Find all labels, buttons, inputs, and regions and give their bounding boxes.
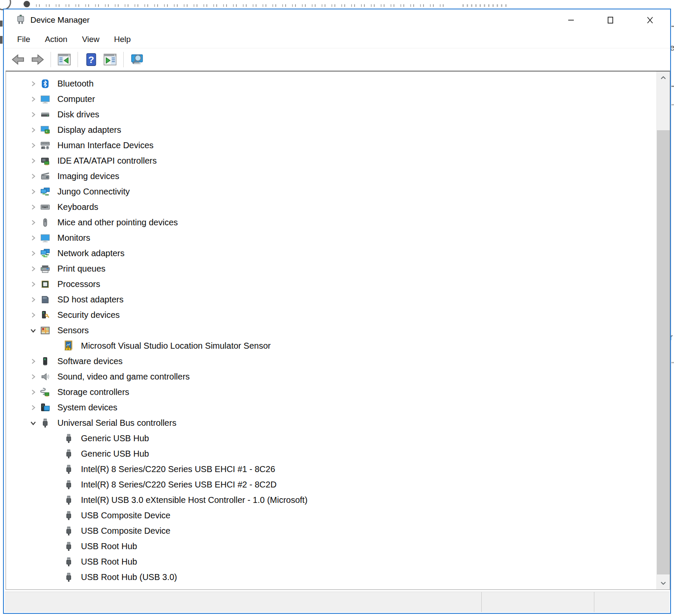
chevron-down-icon[interactable] [27, 327, 39, 334]
tree-item-system-devices[interactable]: System devices [6, 400, 656, 415]
tree-item-storage-controllers[interactable]: Storage controllers [6, 384, 656, 400]
show-action-pane-button[interactable] [101, 50, 119, 69]
tree-item-label: USB Root Hub [81, 557, 137, 567]
tree-item-print-queues[interactable]: Print queues [6, 261, 656, 276]
title-bar[interactable]: Device Manager [4, 9, 670, 31]
chevron-right-icon[interactable] [27, 96, 39, 103]
system-device-icon [39, 403, 51, 413]
chevron-right-icon[interactable] [27, 234, 39, 242]
chevron-right-icon[interactable] [27, 111, 39, 118]
tree-item-keyboards[interactable]: Keyboards [6, 199, 656, 215]
tree-item-mice-and-other-pointing-devices[interactable]: Mice and other pointing devices [6, 215, 656, 230]
tree-item-jungo-connectivity[interactable]: Jungo Connectivity [6, 184, 656, 199]
tree-item-label: Intel(R) 8 Series/C220 Series USB EHCI #… [81, 480, 277, 490]
chevron-down-icon[interactable] [27, 419, 39, 427]
maximize-button[interactable] [597, 10, 624, 30]
chevron-right-icon[interactable] [27, 404, 39, 411]
status-pane [594, 592, 669, 612]
chevron-right-icon[interactable] [27, 126, 39, 134]
tree-item-label: Disk drives [57, 110, 99, 120]
tree-item-label: Intel(R) USB 3.0 eXtensible Host Control… [81, 495, 307, 505]
tree-item-label: USB Root Hub [81, 541, 137, 551]
device-manager-app-icon [15, 14, 26, 25]
help-button[interactable]: ? [82, 50, 101, 69]
tree-item-imaging-devices[interactable]: Imaging devices [6, 168, 656, 184]
menu-help[interactable]: Help [107, 31, 138, 48]
usb-device-icon [62, 541, 75, 551]
tree-item-usb-composite-device[interactable]: USB Composite Device [6, 508, 656, 523]
show-console-tree-button[interactable] [55, 50, 74, 69]
tree-item-generic-usb-hub-2[interactable]: Generic USB Hub [6, 446, 656, 461]
minimize-button[interactable] [558, 10, 585, 30]
menu-action[interactable]: Action [38, 31, 75, 48]
sd-host-adapter-icon [39, 295, 51, 305]
tree-item-intel-r-usb-3-0-extensible-host-controller-1-0-microsoft[interactable]: Intel(R) USB 3.0 eXtensible Host Control… [6, 492, 656, 508]
chevron-right-icon[interactable] [27, 373, 39, 380]
chevron-right-icon[interactable] [27, 188, 39, 195]
scrollbar-thumb[interactable] [657, 130, 670, 574]
tree-item-monitors[interactable]: Monitors [6, 230, 656, 245]
chevron-right-icon[interactable] [27, 157, 39, 164]
chevron-right-icon[interactable] [27, 311, 39, 319]
window-title: Device Manager [30, 9, 89, 31]
back-button[interactable] [9, 50, 28, 69]
tree-item-generic-usb-hub[interactable]: Generic USB Hub [6, 431, 656, 446]
tree-item-sd-host-adapters[interactable]: SD host adapters [6, 292, 656, 307]
tree-item-intel-r-8-series-c220-series-usb-ehci-1-8c26[interactable]: Intel(R) 8 Series/C220 Series USB EHCI #… [6, 461, 656, 477]
chevron-right-icon[interactable] [27, 250, 39, 257]
tree-item-sound-video-and-game-controllers[interactable]: Sound, video and game controllers [6, 369, 656, 384]
tree-item-computer[interactable]: Computer [6, 91, 656, 107]
toolbar-separator [51, 52, 51, 67]
device-tree-panel: BluetoothComputerDisk drivesDisplay adap… [6, 71, 670, 590]
tree-item-label: Intel(R) 8 Series/C220 Series USB EHCI #… [81, 464, 275, 474]
tree-item-ide-ata-atapi-controllers[interactable]: IDE ATA/ATAPI controllers [6, 153, 656, 168]
scroll-down-button[interactable] [657, 577, 670, 589]
close-button[interactable] [637, 10, 663, 30]
tree-item-microsoft-visual-studio-location-simulator-sensor[interactable]: Microsoft Visual Studio Location Simulat… [6, 338, 656, 353]
storage-controller-icon [39, 387, 51, 397]
chevron-right-icon[interactable] [27, 389, 39, 396]
tree-item-human-interface-devices[interactable]: Human Interface Devices [6, 138, 656, 153]
printer-icon [39, 264, 51, 274]
tree-item-label: Security devices [57, 310, 120, 320]
tree-item-intel-r-8-series-c220-series-usb-ehci-2-8c2d[interactable]: Intel(R) 8 Series/C220 Series USB EHCI #… [6, 477, 656, 492]
tree-item-usb-root-hub-usb-3-0[interactable]: USB Root Hub (USB 3.0) [6, 569, 656, 585]
toolbar-separator [123, 52, 124, 67]
tree-item-universal-serial-bus-controllers[interactable]: Universal Serial Bus controllers [6, 415, 656, 431]
tree-item-security-devices[interactable]: Security devices [6, 307, 656, 323]
chevron-right-icon[interactable] [27, 265, 39, 272]
tree-item-software-devices[interactable]: Software devices [6, 353, 656, 369]
background-right-fragment [671, 26, 674, 27]
tree-item-bluetooth[interactable]: Bluetooth [6, 76, 656, 91]
chevron-right-icon[interactable] [27, 203, 39, 211]
tree-item-network-adapters[interactable]: Network adapters [6, 245, 656, 261]
tree-item-disk-drives[interactable]: Disk drives [6, 107, 656, 122]
chevron-right-icon[interactable] [27, 281, 39, 288]
scroll-up-button[interactable] [657, 72, 670, 84]
tree-item-processors[interactable]: Processors [6, 276, 656, 292]
chevron-down-icon [660, 580, 667, 586]
vertical-scrollbar[interactable] [656, 72, 670, 589]
scan-for-hardware-changes-button[interactable] [128, 50, 146, 69]
menu-view[interactable]: View [75, 31, 107, 48]
tree-item-usb-root-hub-2[interactable]: USB Root Hub [6, 554, 656, 569]
tree-item-usb-composite-device-2[interactable]: USB Composite Device [6, 523, 656, 538]
usb-device-icon [62, 557, 75, 567]
chevron-right-icon[interactable] [27, 219, 39, 226]
menu-file[interactable]: File [10, 31, 38, 48]
chevron-right-icon[interactable] [27, 296, 39, 303]
chevron-right-icon[interactable] [27, 80, 39, 87]
tree-item-sensors[interactable]: Sensors [6, 323, 656, 338]
jungo-connectivity-icon [39, 187, 51, 197]
tree-item-label: IDE ATA/ATAPI controllers [57, 156, 157, 166]
mouse-icon [39, 218, 51, 227]
chevron-right-icon[interactable] [27, 358, 39, 365]
chevron-right-icon[interactable] [27, 142, 39, 149]
tree-item-label: Software devices [57, 356, 122, 366]
back-arrow-icon [11, 52, 26, 67]
tree-item-usb-root-hub[interactable]: USB Root Hub [6, 538, 656, 554]
tree-item-label: Sound, video and game controllers [57, 372, 190, 382]
chevron-right-icon[interactable] [27, 173, 39, 180]
forward-button[interactable] [28, 50, 47, 69]
tree-item-display-adapters[interactable]: Display adapters [6, 122, 656, 138]
